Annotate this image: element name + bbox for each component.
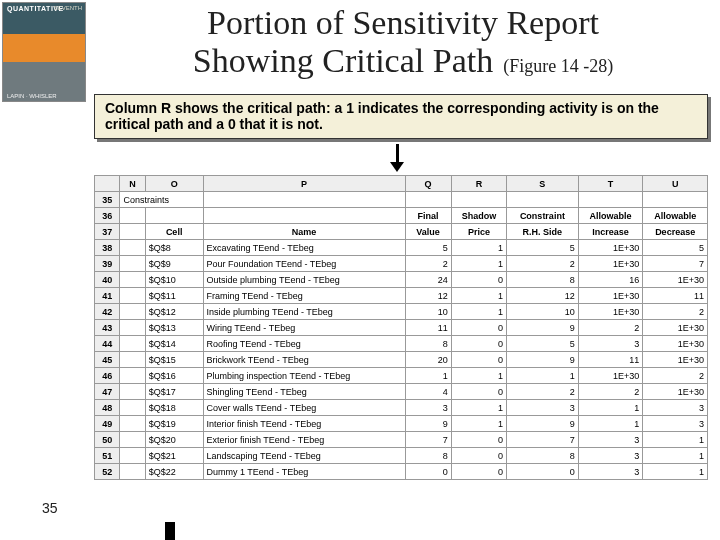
footer-tick [165,522,175,540]
blank [120,464,145,480]
allow-decrease: 2 [643,304,708,320]
col-N: N [120,176,145,192]
cell-ref: $Q$13 [145,320,203,336]
shadow-price: 0 [451,320,506,336]
col-P: P [203,176,405,192]
arrow-head-icon [390,162,404,172]
shadow-price: 0 [451,448,506,464]
blank [120,352,145,368]
activity-name: Framing TEend - TEbeg [203,288,405,304]
allow-decrease: 2 [643,368,708,384]
cell-ref: $Q$9 [145,256,203,272]
rownum: 36 [95,208,120,224]
hdr-shadow: Shadow [451,208,506,224]
allow-decrease: 5 [643,240,708,256]
final-value: 11 [405,320,451,336]
col-U: U [643,176,708,192]
rhs: 12 [507,288,579,304]
sensitivity-table: N O P Q R S T U 35 Constraints 36 Final … [94,175,708,480]
allow-increase: 1 [578,416,643,432]
table-row: 44$Q$14Roofing TEend - TEbeg80531E+30 [95,336,708,352]
allow-increase: 3 [578,464,643,480]
rownum: 48 [95,400,120,416]
shadow-price: 1 [451,400,506,416]
allow-decrease: 1E+30 [643,352,708,368]
cell-ref: $Q$15 [145,352,203,368]
allow-decrease: 1E+30 [643,336,708,352]
hdr-constraint: Constraint [507,208,579,224]
table-row: 45$Q$15Brickwork TEend - TEbeg2009111E+3… [95,352,708,368]
table-row: 51$Q$21Landscaping TEend - TEbeg80831 [95,448,708,464]
constraints-label: Constraints [120,192,203,208]
col-Q: Q [405,176,451,192]
allow-decrease: 1 [643,432,708,448]
hdr-rhs: R.H. Side [507,224,579,240]
cell-ref: $Q$18 [145,400,203,416]
allow-increase: 3 [578,448,643,464]
allow-decrease: 3 [643,400,708,416]
allow-increase: 16 [578,272,643,288]
rownum: 41 [95,288,120,304]
blank [120,368,145,384]
allow-decrease: 11 [643,288,708,304]
blank [120,416,145,432]
final-value: 3 [405,400,451,416]
shadow-price: 0 [451,384,506,400]
rownum: 35 [95,192,120,208]
shadow-price: 1 [451,256,506,272]
blank [120,320,145,336]
final-value: 12 [405,288,451,304]
final-value: 10 [405,304,451,320]
blank [120,288,145,304]
table-row: 40$Q$10Outside plumbing TEend - TEbeg240… [95,272,708,288]
allow-increase: 1E+30 [578,256,643,272]
hdr-increase: Increase [578,224,643,240]
thumb-edition: SEVENTH [54,5,82,11]
hdr-cell: Cell [145,224,203,240]
shadow-price: 0 [451,464,506,480]
blank [120,240,145,256]
cell-ref: $Q$17 [145,384,203,400]
cell-ref: $Q$8 [145,240,203,256]
table-row: 47$Q$17Shingling TEend - TEbeg40221E+30 [95,384,708,400]
blank [120,304,145,320]
activity-name: Wiring TEend - TEbeg [203,320,405,336]
allow-increase: 3 [578,432,643,448]
row-37: 37 Cell Name Value Price R.H. Side Incre… [95,224,708,240]
table-row: 50$Q$20Exterior finish TEend - TEbeg7073… [95,432,708,448]
allow-increase: 1E+30 [578,368,643,384]
rownum: 42 [95,304,120,320]
slide-number: 35 [42,500,58,516]
activity-name: Inside plumbing TEend - TEbeg [203,304,405,320]
table-row: 42$Q$12Inside plumbing TEend - TEbeg1011… [95,304,708,320]
final-value: 7 [405,432,451,448]
row-36: 36 Final Shadow Constraint Allowable All… [95,208,708,224]
activity-name: Pour Foundation TEend - TEbeg [203,256,405,272]
row-35: 35 Constraints [95,192,708,208]
hdr-allow-1: Allowable [578,208,643,224]
hdr-name: Name [203,224,405,240]
allow-increase: 2 [578,320,643,336]
activity-name: Shingling TEend - TEbeg [203,384,405,400]
rhs: 1 [507,368,579,384]
table-row: 38$Q$8Excavating TEend - TEbeg5151E+305 [95,240,708,256]
table-row: 49$Q$19Interior finish TEend - TEbeg9191… [95,416,708,432]
allow-increase: 1E+30 [578,288,643,304]
shadow-price: 0 [451,336,506,352]
table-row: 46$Q$16Plumbing inspection TEend - TEbeg… [95,368,708,384]
corner-cell [95,176,120,192]
cell-ref: $Q$11 [145,288,203,304]
blank [120,432,145,448]
arrow-shaft [396,144,399,164]
allow-decrease: 3 [643,416,708,432]
allow-increase: 2 [578,384,643,400]
table-row: 52$Q$22Dummy 1 TEend - TEbeg00031 [95,464,708,480]
table-row: 48$Q$18Cover walls TEend - TEbeg31313 [95,400,708,416]
allow-increase: 3 [578,336,643,352]
rhs: 7 [507,432,579,448]
shadow-price: 0 [451,432,506,448]
cell-ref: $Q$21 [145,448,203,464]
cell-ref: $Q$12 [145,304,203,320]
shadow-price: 0 [451,352,506,368]
activity-name: Dummy 1 TEend - TEbeg [203,464,405,480]
